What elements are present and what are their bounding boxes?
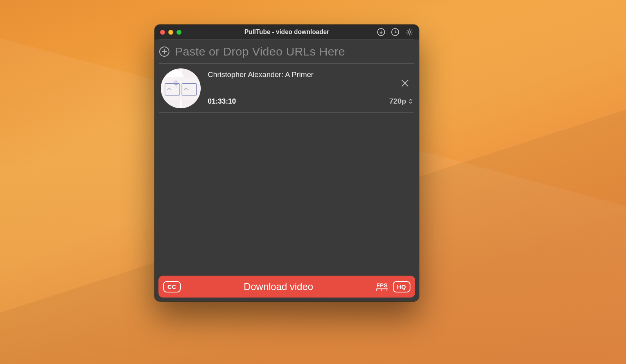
queue-list: Christopher Alexander: A Primer 01:33:10…: [155, 64, 419, 272]
app-window: PullTube - video downloader: [155, 25, 419, 301]
quality-selector[interactable]: 720p: [389, 97, 413, 106]
svg-rect-3: [162, 77, 200, 100]
url-input-row: [159, 39, 414, 64]
queue-item-meta: Christopher Alexander: A Primer 01:33:10…: [208, 70, 413, 106]
close-window-button[interactable]: [160, 30, 165, 35]
url-input[interactable]: [175, 45, 414, 58]
quality-label: 720p: [389, 97, 406, 106]
gear-icon[interactable]: [404, 27, 414, 37]
svg-point-2: [408, 31, 410, 33]
video-thumbnail: [161, 68, 201, 108]
fps-label: FPS: [376, 282, 388, 289]
traffic-lights: [160, 30, 182, 35]
fps-toggle[interactable]: FPS: [376, 282, 388, 291]
download-bar: CC Download video FPS HQ: [158, 276, 415, 298]
chevron-updown-icon: [408, 99, 413, 104]
add-url-button[interactable]: [159, 47, 169, 57]
titlebar-actions: [376, 27, 414, 37]
remove-item-button[interactable]: [399, 78, 410, 89]
filmstrip-icon: [376, 289, 388, 291]
hq-toggle[interactable]: HQ: [393, 281, 411, 292]
video-duration: 01:33:10: [208, 97, 236, 106]
queue-item: Christopher Alexander: A Primer 01:33:10…: [159, 64, 414, 113]
titlebar[interactable]: PullTube - video downloader: [155, 25, 419, 39]
video-title: Christopher Alexander: A Primer: [208, 70, 413, 79]
download-button[interactable]: Download video: [185, 281, 372, 292]
zoom-window-button[interactable]: [176, 30, 182, 35]
minimize-window-button[interactable]: [168, 30, 173, 35]
cc-toggle[interactable]: CC: [163, 281, 181, 292]
history-icon[interactable]: [390, 27, 400, 37]
downloads-icon[interactable]: [376, 27, 386, 37]
